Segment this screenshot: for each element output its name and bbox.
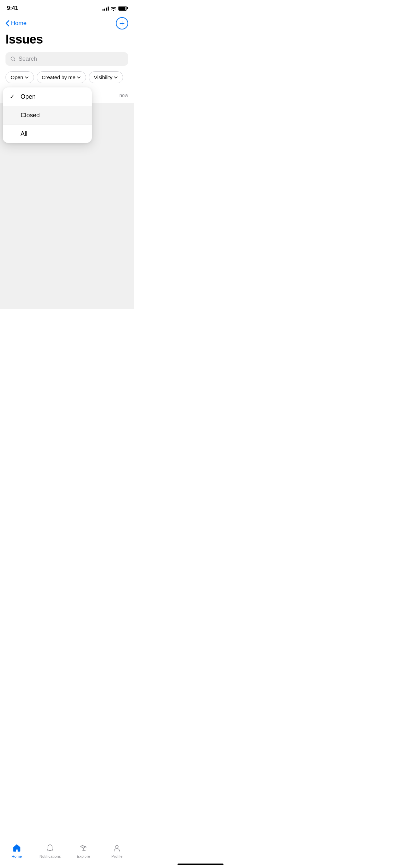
back-button[interactable]: Home (5, 20, 26, 27)
filter-bar: Open Created by me Visibility (0, 71, 134, 83)
chevron-down-icon (114, 75, 118, 80)
chevron-down-icon (77, 75, 81, 80)
nav-bar: Home (0, 14, 134, 31)
search-bar[interactable]: Search (5, 52, 128, 66)
dropdown-all-label: All (21, 130, 27, 137)
issue-time: now (119, 93, 128, 98)
dropdown-item-closed[interactable]: Closed (3, 106, 92, 125)
search-placeholder: Search (19, 56, 37, 62)
back-label: Home (11, 20, 26, 27)
signal-icon (102, 6, 109, 11)
battery-icon (118, 6, 127, 11)
chevron-left-icon (5, 20, 10, 27)
page-title: Issues (0, 31, 134, 52)
filter-created-by-me[interactable]: Created by me (37, 71, 86, 83)
plus-icon (119, 21, 125, 26)
checkmark-icon: ✓ (10, 93, 16, 100)
search-icon (10, 56, 16, 62)
dropdown-item-open[interactable]: ✓ Open (3, 87, 92, 106)
filter-open[interactable]: Open (5, 71, 34, 83)
dropdown-item-all[interactable]: All (3, 125, 92, 143)
dropdown-open-label: Open (21, 93, 36, 100)
filter-visibility-label: Visibility (94, 74, 112, 80)
content-area: homepage #2 now ✓ Open Closed All (0, 87, 134, 309)
status-bar: 9:41 (0, 0, 134, 14)
dropdown-menu: ✓ Open Closed All (3, 87, 92, 143)
wifi-icon (111, 6, 116, 10)
status-icons (102, 6, 127, 11)
dropdown-closed-label: Closed (21, 112, 40, 119)
status-time: 9:41 (7, 5, 18, 12)
add-button[interactable] (116, 17, 128, 29)
filter-open-label: Open (11, 74, 23, 80)
chevron-down-icon (25, 75, 29, 80)
filter-visibility[interactable]: Visibility (89, 71, 123, 83)
filter-created-label: Created by me (42, 74, 75, 80)
